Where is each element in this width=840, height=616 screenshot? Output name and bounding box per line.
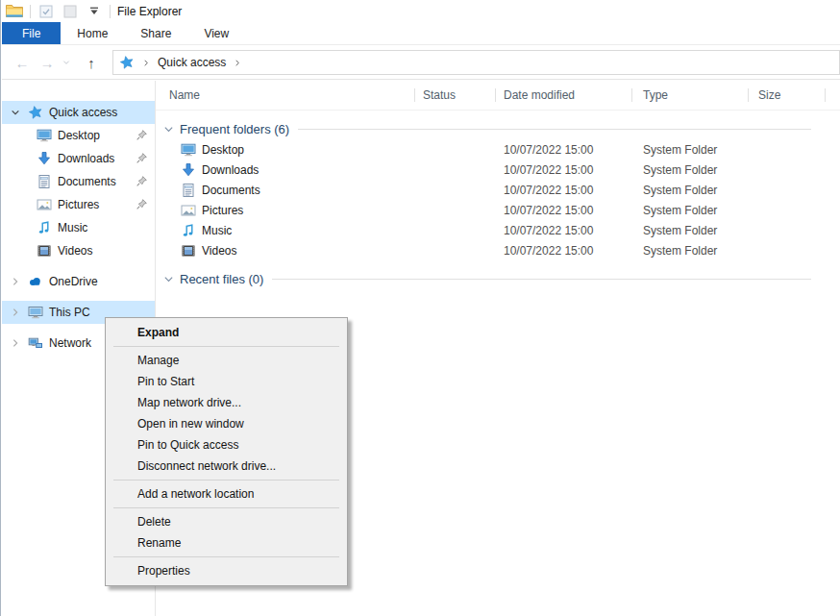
tab-view[interactable]: View bbox=[187, 22, 245, 44]
up-button[interactable]: ↑ bbox=[79, 51, 104, 74]
file-type: System Folder bbox=[632, 204, 749, 217]
context-menu-item-delete[interactable]: Delete bbox=[106, 511, 347, 532]
file-row-downloads[interactable]: Downloads10/07/2022 15:00System Folder bbox=[156, 160, 840, 180]
chevron-down-icon[interactable] bbox=[163, 124, 175, 135]
column-header-row: NameStatusDate modifiedTypeSize bbox=[156, 81, 840, 111]
sidebar-item-videos[interactable]: Videos bbox=[2, 239, 155, 262]
tab-home[interactable]: Home bbox=[61, 22, 124, 44]
sidebar-item-desktop[interactable]: Desktop bbox=[2, 124, 155, 147]
pin-icon bbox=[136, 198, 148, 210]
tab-file[interactable]: File bbox=[2, 22, 61, 44]
desktop-icon bbox=[181, 142, 196, 158]
file-row-documents[interactable]: Documents10/07/2022 15:00System Folder bbox=[156, 180, 840, 200]
file-name: Documents bbox=[202, 184, 260, 197]
sidebar-item-label: Downloads bbox=[58, 152, 114, 165]
quick-access-star-icon bbox=[28, 105, 43, 120]
ribbon-tab-strip: FileHomeShareView bbox=[2, 22, 840, 45]
sidebar-item-label: Videos bbox=[58, 244, 92, 258]
breadcrumb-chevron-icon[interactable] bbox=[231, 59, 244, 67]
file-date-modified: 10/07/2022 15:00 bbox=[496, 224, 632, 237]
chevron-down-icon[interactable] bbox=[10, 108, 21, 117]
file-name: Music bbox=[202, 224, 232, 237]
pictures-icon bbox=[181, 203, 196, 218]
documents-icon bbox=[37, 174, 52, 189]
file-type: System Folder bbox=[632, 224, 749, 237]
context-menu-item-pin-to-quick-access[interactable]: Pin to Quick access bbox=[106, 434, 347, 456]
title-bar: File Explorer bbox=[1, 0, 840, 22]
file-row-music[interactable]: Music10/07/2022 15:00System Folder bbox=[156, 220, 840, 240]
customize-qat-icon[interactable] bbox=[86, 3, 103, 20]
navigation-bar: ← → ↑ Quick access bbox=[2, 46, 840, 80]
context-menu-item-properties[interactable]: Properties bbox=[106, 560, 347, 581]
pin-icon bbox=[136, 152, 148, 164]
sidebar-item-downloads[interactable]: Downloads bbox=[2, 147, 155, 170]
recent-locations-dropdown-icon[interactable] bbox=[60, 59, 73, 66]
music-icon bbox=[181, 223, 196, 238]
context-menu-item-add-a-network-location[interactable]: Add a network location bbox=[106, 483, 347, 505]
group-header-frequent-folders[interactable]: Frequent folders (6) bbox=[156, 118, 840, 139]
music-icon bbox=[37, 220, 52, 235]
new-folder-icon[interactable] bbox=[62, 3, 79, 20]
column-header-date-modified[interactable]: Date modified bbox=[496, 81, 632, 110]
this-pc-icon bbox=[28, 305, 43, 320]
videos-icon bbox=[181, 243, 196, 259]
file-date-modified: 10/07/2022 15:00 bbox=[496, 204, 632, 217]
documents-icon bbox=[181, 183, 196, 198]
chevron-right-icon[interactable] bbox=[10, 338, 21, 348]
context-menu-item-rename[interactable]: Rename bbox=[106, 532, 347, 554]
pictures-icon bbox=[37, 197, 52, 212]
context-menu-item-disconnect-network-drive[interactable]: Disconnect network drive... bbox=[106, 456, 347, 477]
sidebar-item-documents[interactable]: Documents bbox=[2, 170, 155, 193]
file-row-pictures[interactable]: Pictures10/07/2022 15:00System Folder bbox=[156, 200, 840, 220]
group-header-recent-files[interactable]: Recent files (0) bbox=[156, 268, 840, 289]
forward-button[interactable]: → bbox=[35, 51, 60, 74]
sidebar-item-quick-access[interactable]: Quick access bbox=[2, 101, 155, 124]
sidebar-item-label: Desktop bbox=[58, 129, 100, 142]
breadcrumb-chevron-icon[interactable] bbox=[139, 59, 153, 67]
column-header-name[interactable]: Name bbox=[156, 81, 415, 110]
file-date-modified: 10/07/2022 15:00 bbox=[496, 163, 632, 177]
titlebar-divider bbox=[110, 5, 111, 18]
file-explorer-window: File Explorer FileHomeShareView ← → ↑ Qu… bbox=[0, 0, 840, 616]
file-name: Videos bbox=[202, 244, 236, 258]
column-header-size[interactable]: Size bbox=[749, 81, 826, 110]
context-menu-item-manage[interactable]: Manage bbox=[106, 350, 347, 371]
file-row-desktop[interactable]: Desktop10/07/2022 15:00System Folder bbox=[156, 139, 840, 160]
column-header-status[interactable]: Status bbox=[415, 81, 496, 110]
file-date-modified: 10/07/2022 15:00 bbox=[496, 244, 632, 258]
chevron-right-icon[interactable] bbox=[10, 277, 21, 286]
menu-separator bbox=[113, 556, 339, 557]
file-name: Desktop bbox=[202, 143, 244, 157]
sidebar-item-onedrive[interactable]: OneDrive bbox=[2, 270, 155, 293]
downloads-icon bbox=[181, 162, 196, 178]
chevron-down-icon[interactable] bbox=[163, 274, 175, 284]
properties-icon[interactable] bbox=[37, 3, 55, 20]
column-header-type[interactable]: Type bbox=[632, 81, 749, 110]
file-date-modified: 10/07/2022 15:00 bbox=[496, 184, 632, 197]
file-name: Downloads bbox=[202, 163, 259, 177]
menu-separator bbox=[113, 507, 339, 508]
sidebar-item-pictures[interactable]: Pictures bbox=[2, 193, 155, 216]
titlebar-divider bbox=[30, 5, 31, 18]
context-menu-item-pin-to-start[interactable]: Pin to Start bbox=[106, 371, 347, 392]
column-header-label: Size bbox=[758, 88, 780, 102]
file-row-videos[interactable]: Videos10/07/2022 15:00System Folder bbox=[156, 240, 840, 260]
file-name: Pictures bbox=[202, 204, 243, 217]
group-header-label: Frequent folders (6) bbox=[180, 122, 289, 136]
tab-share[interactable]: Share bbox=[124, 22, 187, 44]
breadcrumb-location[interactable]: Quick access bbox=[158, 56, 226, 69]
back-button[interactable]: ← bbox=[10, 51, 35, 74]
file-date-modified: 10/07/2022 15:00 bbox=[496, 143, 632, 157]
context-menu-item-map-network-drive[interactable]: Map network drive... bbox=[106, 392, 347, 413]
context-menu-item-expand[interactable]: Expand bbox=[106, 322, 347, 343]
column-header-label: Name bbox=[169, 88, 200, 102]
quick-access-star-icon bbox=[119, 55, 135, 70]
context-menu-item-open-in-new-window[interactable]: Open in new window bbox=[106, 413, 347, 434]
column-header-label: Type bbox=[643, 88, 668, 102]
file-type: System Folder bbox=[632, 184, 749, 197]
chevron-right-icon[interactable] bbox=[10, 308, 21, 317]
downloads-icon bbox=[37, 151, 52, 166]
address-bar[interactable]: Quick access bbox=[112, 50, 840, 75]
sidebar-item-music[interactable]: Music bbox=[2, 216, 155, 239]
sidebar-item-label: OneDrive bbox=[49, 275, 98, 288]
